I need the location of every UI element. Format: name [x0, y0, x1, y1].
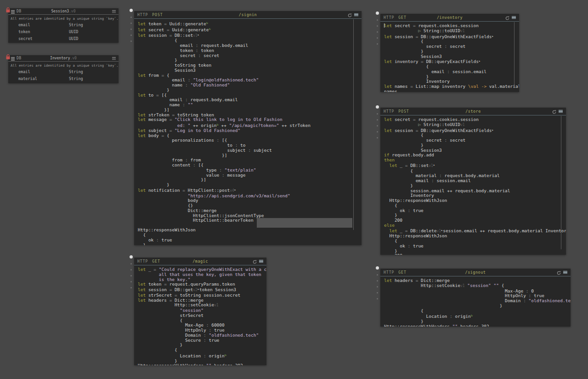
trace-dot-selected[interactable]: [130, 9, 133, 12]
db-header: DB Inventory.v0: [8, 55, 119, 62]
db-name[interactable]: Session3.v0: [8, 9, 119, 13]
trace-dots[interactable]: [375, 11, 379, 45]
trace-dots[interactable]: [129, 9, 133, 42]
db-field-list: emailStringtokenUUIDsecretUUID: [8, 21, 119, 42]
db-version: .v0: [70, 56, 76, 60]
db-panel-session3[interactable]: DB Session3.v0 All entries are identifie…: [8, 8, 119, 43]
lock-icon: [6, 6, 11, 15]
route-label[interactable]: /signout: [380, 270, 571, 275]
handler-header: HTTP GET /inventory: [380, 14, 519, 22]
menu-icon[interactable]: [259, 260, 263, 263]
code-editor-inventory[interactable]: let secret = request.cookies.session ▷ S…: [380, 22, 519, 92]
refresh-icon[interactable]: [348, 11, 352, 19]
menu-icon[interactable]: [112, 57, 116, 60]
db-field-row[interactable]: emailString: [8, 68, 119, 75]
trace-dot-selected[interactable]: [376, 11, 379, 15]
code-editor-magic[interactable]: let _ = "Could replace queryOneWithExact…: [134, 265, 266, 365]
trace-dot-selected[interactable]: [376, 266, 379, 270]
handler-header: HTTP POST /signin: [134, 11, 362, 19]
menu-icon[interactable]: [559, 110, 563, 113]
canvas: { "colors": { "canvas_bg": "#474747", "p…: [0, 0, 588, 379]
db-name[interactable]: Inventory.v0: [8, 56, 119, 60]
code-editor-signout[interactable]: let headers = Dict::merge Http::setCooki…: [380, 276, 571, 327]
handler-header: HTTP POST /store: [380, 108, 566, 115]
http-handler-signout[interactable]: HTTP GET /signout let headers = Dict::me…: [380, 269, 571, 327]
db-field-row[interactable]: emailString: [8, 21, 119, 28]
code-editor-store[interactable]: let secret = request.cookies.session ▷ S…: [380, 115, 566, 255]
menu-icon[interactable]: [512, 16, 516, 19]
refresh-icon[interactable]: [557, 269, 561, 277]
handler-header: HTTP GET /signout: [380, 269, 571, 276]
lock-icon: [6, 53, 11, 62]
route-label[interactable]: /inventory: [380, 15, 519, 20]
http-handler-signin[interactable]: HTTP POST /signin let token = Uuid::gene…: [134, 11, 362, 245]
handler-header: HTTP GET /magic: [134, 258, 266, 265]
refresh-icon[interactable]: [552, 108, 556, 116]
db-field-row[interactable]: secretUUID: [8, 35, 119, 42]
scrollbar[interactable]: [561, 116, 561, 249]
menu-icon[interactable]: [563, 271, 567, 274]
scrollbar[interactable]: [514, 22, 514, 86]
route-label[interactable]: /store: [380, 109, 566, 114]
code-editor-signin[interactable]: let token = Uuid::generate↻let secret = …: [134, 19, 362, 245]
trace-dot-selected[interactable]: [376, 105, 379, 109]
http-handler-magic[interactable]: HTTP GET /magic let _ = "Could replace q…: [134, 258, 266, 365]
db-description: All entries are identified by a unique s…: [8, 62, 119, 68]
route-label[interactable]: /magic: [134, 259, 266, 264]
db-panel-inventory[interactable]: DB Inventory.v0 All entries are identifi…: [8, 55, 119, 83]
menu-icon[interactable]: [354, 13, 358, 17]
trace-dots[interactable]: [375, 266, 379, 299]
http-handler-store[interactable]: HTTP POST /store let secret = request.co…: [380, 108, 566, 255]
trace-dots[interactable]: [129, 255, 133, 288]
route-label[interactable]: /signin: [134, 12, 362, 17]
db-field-row[interactable]: materialString: [8, 75, 119, 82]
db-header: DB Session3.v0: [8, 8, 119, 15]
http-handler-inventory[interactable]: HTTP GET /inventory let secret = request…: [380, 14, 519, 92]
db-description: All entries are identified by a unique s…: [8, 15, 119, 21]
menu-icon[interactable]: [112, 10, 116, 13]
db-field-list: emailStringmaterialString: [8, 68, 119, 82]
scrollbar[interactable]: [353, 19, 354, 230]
db-version: .v0: [69, 9, 75, 13]
refresh-icon[interactable]: [505, 14, 509, 22]
trace-dots[interactable]: [375, 105, 379, 138]
db-field-row[interactable]: tokenUUID: [8, 28, 119, 35]
trace-dot-selected[interactable]: [130, 255, 133, 258]
refresh-icon[interactable]: [253, 258, 257, 266]
